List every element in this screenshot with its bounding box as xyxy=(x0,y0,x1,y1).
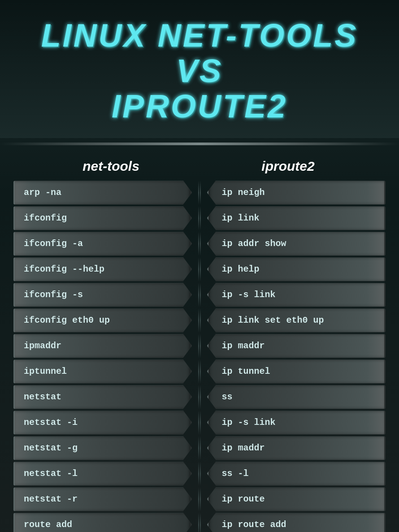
table-row: ip link set eth0 up xyxy=(207,308,386,333)
fold-divider xyxy=(192,283,207,307)
divider xyxy=(0,143,399,145)
table-row: netstat -g xyxy=(13,436,192,460)
fold-divider xyxy=(192,232,207,256)
table-row: ss xyxy=(207,385,386,409)
title-line2: VS xyxy=(9,53,390,89)
table-row: ss -l xyxy=(207,462,386,486)
table-row: ip neigh xyxy=(207,181,386,205)
fold-divider xyxy=(192,334,207,358)
table-row: ip maddr xyxy=(207,436,386,460)
table-row: ifconfig -s xyxy=(13,283,192,307)
fold-divider xyxy=(192,308,207,333)
table-row: ip addr show xyxy=(207,232,386,256)
table-row: iptunnel xyxy=(13,359,192,384)
table-row: ifconfig xyxy=(13,206,192,230)
header-section: LINUX NET-TOOLS VS IPROUTE2 xyxy=(0,0,399,138)
table-row: ip route add xyxy=(207,513,386,532)
iproute2-column: ip neighip linkip addr showip helpip -s … xyxy=(207,181,386,532)
table-row: ip -s link xyxy=(207,411,386,435)
fold-divider xyxy=(192,359,207,384)
fold-divider xyxy=(192,513,207,532)
table-row: netstat -l xyxy=(13,462,192,486)
table-row: ip route xyxy=(207,487,386,511)
left-column-header: net-tools xyxy=(31,159,191,174)
comparison-table: arp -naifconfigifconfig -aifconfig --hel… xyxy=(13,181,386,532)
table-row: ifconfig -a xyxy=(13,232,192,256)
content-section: net-tools iproute2 arp -naifconfigifconf… xyxy=(0,150,399,532)
right-column-header: iproute2 xyxy=(208,159,368,174)
main-title: LINUX NET-TOOLS VS IPROUTE2 xyxy=(9,18,390,125)
table-row: ifconfig --help xyxy=(13,257,192,281)
table-row: ip tunnel xyxy=(207,359,386,384)
title-line1: LINUX NET-TOOLS xyxy=(9,18,390,53)
center-divider xyxy=(192,181,207,532)
table-row: ip -s link xyxy=(207,283,386,307)
table-row: ip link xyxy=(207,206,386,230)
fold-divider xyxy=(192,462,207,486)
fold-divider xyxy=(192,385,207,409)
fold-divider xyxy=(192,411,207,435)
table-row: ip maddr xyxy=(207,334,386,358)
table-row: netstat xyxy=(13,385,192,409)
table-row: netstat -r xyxy=(13,487,192,511)
nettools-column: arp -naifconfigifconfig -aifconfig --hel… xyxy=(13,181,192,532)
fold-divider xyxy=(192,436,207,460)
title-line3: IPROUTE2 xyxy=(9,89,390,124)
table-row: route add xyxy=(13,513,192,532)
fold-divider xyxy=(192,181,207,205)
fold-divider xyxy=(192,487,207,511)
table-row: ip help xyxy=(207,257,386,281)
table-row: arp -na xyxy=(13,181,192,205)
table-row: ifconfig eth0 up xyxy=(13,308,192,333)
table-row: netstat -i xyxy=(13,411,192,435)
fold-divider xyxy=(192,206,207,230)
table-row: ipmaddr xyxy=(13,334,192,358)
column-headers: net-tools iproute2 xyxy=(13,159,386,174)
fold-divider xyxy=(192,257,207,281)
